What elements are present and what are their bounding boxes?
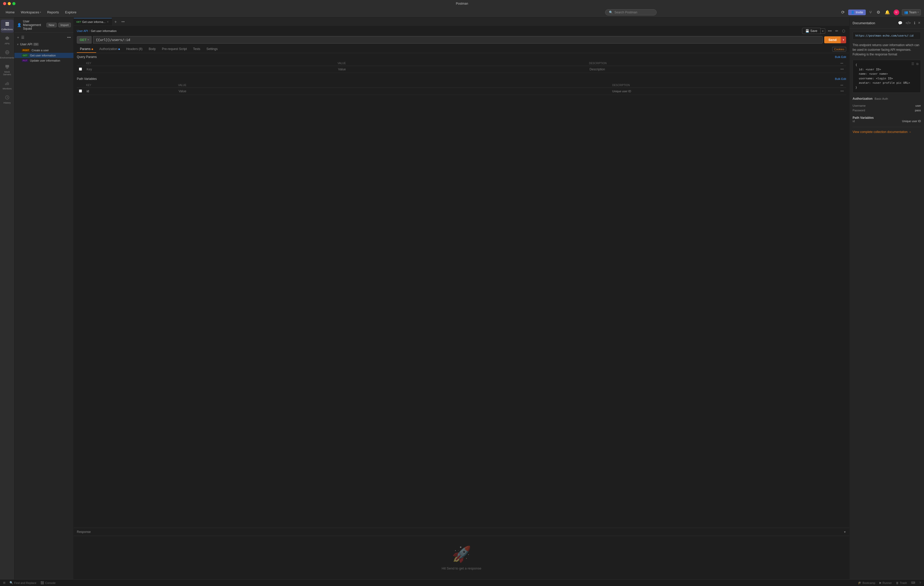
endpoint-name-update-user: Update user information xyxy=(30,59,60,62)
url-input[interactable] xyxy=(93,36,822,43)
fork-icon[interactable]: ⑂ xyxy=(868,9,873,16)
team-button[interactable]: 👥 Team ▾ xyxy=(902,9,921,15)
edit-btn[interactable]: ✏ xyxy=(834,28,840,34)
trash-icon: 🗑 xyxy=(896,581,899,584)
save-icon: 💾 xyxy=(805,29,809,33)
sidebar-item-collections[interactable]: Collections xyxy=(1,20,14,33)
collection-header-user-api[interactable]: ▼ User API 7↗ xyxy=(15,41,73,48)
main-content: GET Get user informa... × + ••• User API… xyxy=(74,18,849,579)
query-desc-input[interactable] xyxy=(589,67,837,72)
invite-button[interactable]: 👤 Invite xyxy=(848,10,866,15)
filter-btn[interactable]: ☰ xyxy=(21,35,25,40)
doc-code-copy-btn[interactable]: ⧉ xyxy=(916,62,919,66)
tab-get-user[interactable]: GET Get user informa... × xyxy=(74,18,112,26)
keyboard-shortcut-btn[interactable]: ⌨ xyxy=(911,581,915,584)
collection-badge: 7↗ xyxy=(33,43,39,46)
sidebar-item-apis[interactable]: APIs xyxy=(1,34,14,47)
response-header[interactable]: Response ▼ xyxy=(74,528,849,536)
runner-btn[interactable]: ▶ Runner xyxy=(879,581,892,584)
tab-add-btn[interactable]: + xyxy=(112,18,119,26)
tab-tests[interactable]: Tests xyxy=(190,46,203,53)
tab-close-btn[interactable]: × xyxy=(107,20,109,24)
doc-auth-password-label: Password xyxy=(853,109,865,112)
nav-reports[interactable]: Reports xyxy=(45,9,62,16)
query-params-header: Query Params Bulk Edit xyxy=(77,55,846,59)
svg-rect-8 xyxy=(7,68,8,68)
add-collection-btn[interactable]: + xyxy=(16,35,20,40)
query-key-col: KEY xyxy=(84,61,335,66)
doc-path-vars-section: Path Variables id Unique user ID xyxy=(853,116,921,123)
path-bulk-edit-btn[interactable]: Bulk Edit xyxy=(835,77,846,81)
panel-header-actions: New Import xyxy=(46,23,71,27)
path-row-menu[interactable]: ••• xyxy=(840,89,844,93)
trash-btn[interactable]: 🗑 Trash xyxy=(896,581,907,584)
view-docs-link[interactable]: View complete collection documentation → xyxy=(853,127,921,137)
sync-icon[interactable]: ⟳ xyxy=(840,9,846,16)
doc-chat-btn[interactable]: 💬 xyxy=(897,20,903,26)
breadcrumb-collection-link[interactable]: User API xyxy=(77,30,88,33)
avatar[interactable]: U xyxy=(894,10,899,15)
nav-home[interactable]: Home xyxy=(3,9,17,16)
layout-toggle-btn[interactable]: ⊞ xyxy=(3,581,5,584)
sidebar-icons: Collections APIs Environments xyxy=(0,18,15,579)
endpoint-create-user[interactable]: POST Create a user xyxy=(15,48,73,53)
close-window-btn[interactable] xyxy=(3,2,6,5)
tab-bar: GET Get user informa... × + ••• xyxy=(74,18,849,26)
doc-description: This endpoint returns user information w… xyxy=(853,43,921,57)
help-btn[interactable]: ? xyxy=(919,581,921,584)
save-dropdown-btn[interactable]: ▾ xyxy=(821,28,825,34)
query-bulk-edit-btn[interactable]: Bulk Edit xyxy=(835,55,846,59)
tab-params[interactable]: Params xyxy=(77,46,96,53)
method-value: GET xyxy=(80,38,87,42)
bootcamp-btn[interactable]: 🎓 Bootcamp xyxy=(858,581,876,584)
save-button[interactable]: 💾 Save xyxy=(802,28,821,34)
send-dropdown-btn[interactable]: ▾ xyxy=(841,36,846,43)
endpoint-update-user[interactable]: PUT Update user information xyxy=(15,58,73,63)
console-btn[interactable]: ⬛ Console xyxy=(40,581,55,584)
sidebar-item-history[interactable]: History xyxy=(1,93,14,106)
sidebar-item-mock-servers[interactable]: Mock Servers xyxy=(1,62,14,78)
import-button[interactable]: Import xyxy=(58,23,71,27)
tab-settings[interactable]: Settings xyxy=(203,46,221,53)
path-desc-col: DESCRIPTION xyxy=(610,83,838,88)
fullscreen-window-btn[interactable] xyxy=(12,2,15,5)
query-value-input[interactable] xyxy=(337,67,585,72)
path-row-checkbox[interactable] xyxy=(79,89,82,92)
tab-headers[interactable]: Headers (8) xyxy=(123,46,145,53)
tab-body[interactable]: Body xyxy=(146,46,159,53)
path-value-input[interactable] xyxy=(178,89,608,94)
doc-code-copy-lines-btn[interactable]: ☰ xyxy=(911,62,915,66)
nav-workspaces[interactable]: Workspaces ▾ xyxy=(18,9,44,16)
collection-more-btn[interactable]: ••• xyxy=(66,35,71,40)
new-button[interactable]: New xyxy=(46,23,57,27)
tab-authorization[interactable]: Authorization xyxy=(96,46,123,53)
query-key-input[interactable] xyxy=(86,67,333,72)
tab-prerequest[interactable]: Pre-request Script xyxy=(159,46,190,53)
endpoint-get-user[interactable]: GET Get user information xyxy=(15,53,73,58)
more-actions-btn[interactable]: ••• xyxy=(827,28,833,34)
doc-close-btn[interactable]: × xyxy=(917,20,921,26)
sidebar-item-environments[interactable]: Environments xyxy=(1,48,14,61)
send-button[interactable]: Send xyxy=(824,36,841,43)
minimize-window-btn[interactable] xyxy=(8,2,11,5)
search-bar[interactable]: 🔍 Search Postman xyxy=(605,9,657,15)
query-row-menu[interactable]: ••• xyxy=(840,67,844,71)
svg-rect-0 xyxy=(5,22,9,23)
settings-icon[interactable]: ⚙ xyxy=(876,9,881,16)
doc-code-btn[interactable]: </> xyxy=(905,20,911,26)
cookies-button[interactable]: Cookies xyxy=(832,47,846,51)
tab-more-btn[interactable]: ••• xyxy=(119,18,127,25)
layout-btn[interactable]: ⬡ xyxy=(841,28,846,34)
doc-header: Documentation 💬 </> ℹ × xyxy=(850,18,924,29)
response-collapse-btn[interactable]: ▼ xyxy=(843,531,846,533)
environments-icon xyxy=(5,50,10,56)
panel-header-left: 👤 User Management Squad xyxy=(17,20,46,30)
query-row-checkbox[interactable] xyxy=(79,67,82,71)
method-select[interactable]: GET ▾ xyxy=(77,36,92,44)
nav-explore[interactable]: Explore xyxy=(63,9,79,16)
notification-icon[interactable]: 🔔 xyxy=(884,9,891,16)
query-action-col: ••• xyxy=(838,61,846,66)
sidebar-item-monitors[interactable]: Monitors xyxy=(1,79,14,92)
find-replace-btn[interactable]: 🔍 Find and Replace xyxy=(10,581,36,584)
doc-info-btn[interactable]: ℹ xyxy=(913,20,916,26)
